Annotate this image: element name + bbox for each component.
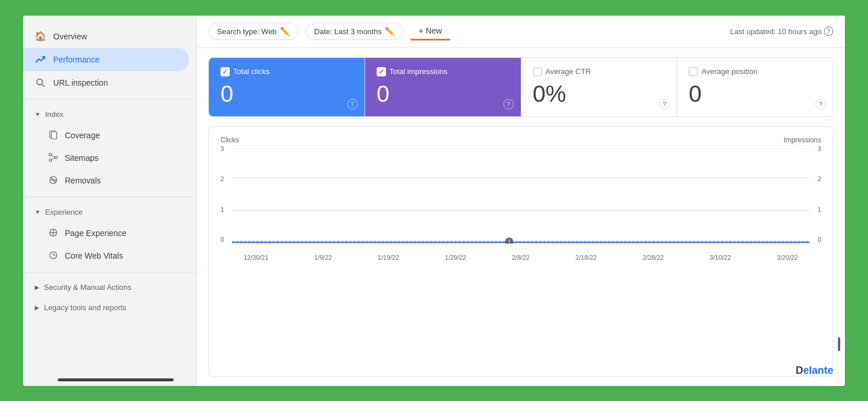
toolbar: Search type: Web ✏️ Date: Last 3 months … <box>197 16 845 48</box>
sidebar-section-legacy[interactable]: ▶ Legacy tools and reports <box>23 297 196 318</box>
total-impressions-value: 0 <box>377 81 509 107</box>
core-web-vitals-icon <box>49 251 58 262</box>
search-icon <box>35 77 46 89</box>
metrics-row: ✓ Total clicks 0 ? ✓ Total impressions 0… <box>208 57 833 117</box>
y-label-3-left: 3 <box>220 145 230 152</box>
x-label-2: 1/9/22 <box>314 254 332 261</box>
sidebar-item-overview-label: Overview <box>53 32 87 41</box>
sidebar-item-core-web-vitals[interactable]: Core Web Vitals <box>23 245 189 267</box>
sidebar-item-overview[interactable]: 🏠 Overview <box>23 25 189 48</box>
sidebar-item-coverage[interactable]: Coverage <box>23 124 189 147</box>
x-label-5: 2/8/22 <box>512 254 530 261</box>
svg-text:1: 1 <box>507 238 511 243</box>
chart-x-labels: 12/30/21 1/9/22 1/19/22 1/29/22 2/8/22 2… <box>232 251 810 261</box>
average-ctr-label: Average CTR <box>546 67 591 76</box>
main-content: Search type: Web ✏️ Date: Last 3 months … <box>197 16 845 386</box>
average-position-label-row: Average position <box>689 67 821 76</box>
chart-area: 3 2 1 0 3 2 1 0 <box>220 145 821 261</box>
svg-line-1 <box>42 84 45 87</box>
sidebar-item-page-experience[interactable]: Page Experience <box>23 222 189 245</box>
performance-icon <box>35 54 46 65</box>
svg-point-0 <box>37 79 43 84</box>
x-label-7: 2/28/22 <box>642 254 664 261</box>
x-label-6: 2/18/22 <box>576 254 597 261</box>
chevron-down-icon-2: ▼ <box>35 209 41 215</box>
sidebar-section-legacy-label: Legacy tools and reports <box>44 303 126 312</box>
average-position-help[interactable]: ? <box>815 99 826 109</box>
x-label-4: 1/29/22 <box>445 254 466 261</box>
sitemaps-icon <box>49 153 58 164</box>
sidebar-item-performance-label: Performance <box>53 55 100 64</box>
total-clicks-label-row: ✓ Total clicks <box>220 67 353 76</box>
date-filter[interactable]: Date: Last 3 months ✏️ <box>306 23 403 40</box>
sidebar-item-sitemaps[interactable]: Sitemaps <box>23 147 189 170</box>
average-position-label: Average position <box>701 67 757 76</box>
x-label-9: 3/20/22 <box>777 254 798 261</box>
average-position-checkbox[interactable] <box>689 67 698 76</box>
average-ctr-checkbox[interactable] <box>533 67 542 76</box>
sidebar-section-security-label: Security & Manual Actions <box>44 283 131 292</box>
sidebar-item-url-inspection-label: URL inspection <box>53 78 108 87</box>
average-ctr-help[interactable]: ? <box>659 99 670 109</box>
metric-total-impressions[interactable]: ✓ Total impressions 0 ? <box>365 58 521 116</box>
metric-average-position[interactable]: Average position 0 ? <box>677 58 833 116</box>
metric-average-ctr[interactable]: Average CTR 0% ? <box>521 58 678 116</box>
date-edit-icon: ✏️ <box>385 27 395 36</box>
svg-rect-5 <box>49 159 52 161</box>
logo-rest: elante <box>803 365 833 376</box>
vertical-scrollbar[interactable] <box>838 337 840 351</box>
new-button-underline <box>410 39 450 41</box>
new-button-container: + New <box>410 23 450 41</box>
sidebar-item-removals[interactable]: Removals <box>23 170 189 192</box>
new-button-label: New <box>426 26 442 35</box>
sidebar-item-coverage-label: Coverage <box>65 131 100 140</box>
divider-1 <box>23 99 196 100</box>
y-label-0-left: 0 <box>220 236 230 243</box>
x-label-8: 3/10/22 <box>709 254 731 261</box>
metric-total-clicks[interactable]: ✓ Total clicks 0 ? <box>209 58 365 116</box>
horizontal-scrollbar[interactable] <box>58 378 174 381</box>
new-button[interactable]: + New <box>410 23 450 39</box>
average-ctr-value: 0% <box>533 81 665 107</box>
sidebar-section-experience-label: Experience <box>45 208 83 216</box>
sidebar-item-core-web-vitals-label: Core Web Vitals <box>65 251 123 260</box>
total-clicks-label: Total clicks <box>233 67 270 76</box>
total-clicks-help[interactable]: ? <box>347 99 358 109</box>
sidebar-item-url-inspection[interactable]: URL inspection <box>23 71 189 94</box>
x-label-1: 12/30/21 <box>244 254 269 261</box>
divider-3 <box>23 272 196 273</box>
total-clicks-checkbox[interactable]: ✓ <box>220 67 230 76</box>
chart-clicks-label: Clicks <box>220 136 239 144</box>
sidebar-section-index[interactable]: ▼ Index <box>23 104 196 124</box>
sidebar-item-sitemaps-label: Sitemaps <box>65 153 98 163</box>
x-label-3: 1/19/22 <box>378 254 399 261</box>
y-axis-left: 3 2 1 0 <box>220 145 230 244</box>
last-updated-text: Last updated: 10 hours ago <box>730 27 822 36</box>
average-position-value: 0 <box>689 81 821 107</box>
y-label-1-left: 1 <box>220 206 230 213</box>
svg-rect-6 <box>55 156 57 159</box>
help-icon[interactable]: ? <box>824 27 833 36</box>
y-axis-right: 3 2 1 0 <box>812 145 821 244</box>
svg-rect-4 <box>49 153 52 156</box>
chevron-right-icon: ▶ <box>35 284 39 290</box>
total-impressions-checkbox[interactable]: ✓ <box>377 67 386 76</box>
date-label: Date: Last 3 months <box>314 27 381 36</box>
coverage-icon <box>49 130 58 141</box>
page-experience-icon <box>49 228 58 239</box>
total-clicks-value: 0 <box>220 81 353 107</box>
search-type-edit-icon: ✏️ <box>280 27 290 36</box>
last-updated: Last updated: 10 hours ago ? <box>730 27 833 36</box>
average-ctr-label-row: Average CTR <box>533 67 665 76</box>
sidebar-section-experience[interactable]: ▼ Experience <box>23 202 196 222</box>
chart-svg: 1 <box>232 145 810 244</box>
sidebar-item-performance[interactable]: Performance <box>23 48 189 71</box>
search-type-filter[interactable]: Search type: Web ✏️ <box>208 23 299 40</box>
sidebar-section-security[interactable]: ▶ Security & Manual Actions <box>23 277 196 297</box>
app-container: 🏠 Overview Performance <box>23 16 845 386</box>
chart-header: Clicks Impressions <box>220 136 821 145</box>
y-label-0-right: 0 <box>812 236 821 243</box>
outer-frame: 🏠 Overview Performance <box>12 7 856 395</box>
total-impressions-help[interactable]: ? <box>503 99 514 109</box>
sidebar-section-index-label: Index <box>45 110 64 119</box>
